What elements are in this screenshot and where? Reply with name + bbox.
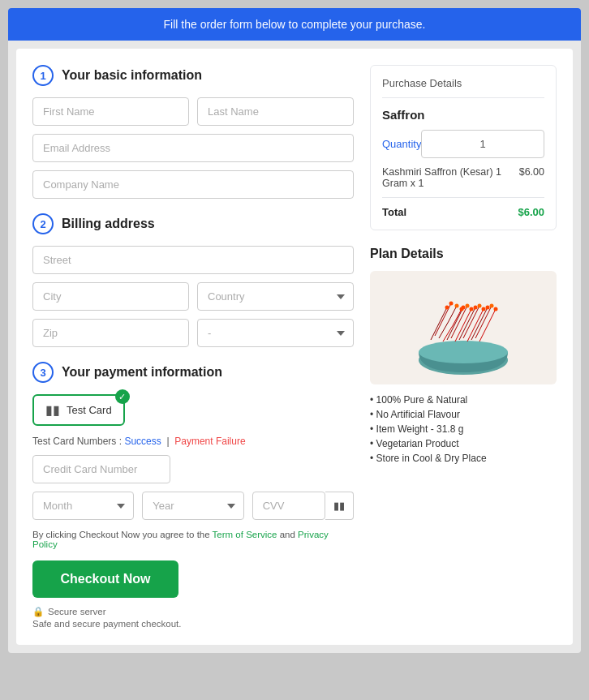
year-field: Year 202420252026 2027202820292030	[142, 492, 243, 520]
total-row: Total $6.00	[382, 206, 544, 218]
svg-point-11	[482, 307, 486, 311]
payment-failure-link[interactable]: Payment Failure	[174, 436, 245, 447]
step-3-title: Your payment information	[62, 365, 222, 380]
zip-input[interactable]	[32, 319, 189, 347]
city-field	[32, 282, 189, 311]
section-3-header: 3 Your payment information	[32, 362, 354, 383]
saffron-image	[370, 271, 557, 384]
email-input[interactable]	[32, 134, 354, 162]
svg-point-4	[455, 304, 459, 308]
banner-text: Fill the order form below to complete yo…	[164, 18, 426, 31]
month-field: Month JanuaryFebruaryMarch AprilMayJune …	[32, 492, 134, 520]
street-row	[32, 246, 354, 274]
last-name-input[interactable]	[197, 97, 354, 126]
secure-info: 🔒 Secure server Safe and secure payment …	[32, 606, 354, 629]
year-select[interactable]: Year 202420252026 2027202820292030	[142, 492, 243, 520]
main-content: 1 Your basic information	[16, 49, 573, 645]
feature-2: No Artificial Flavour	[370, 409, 557, 420]
cvv-input[interactable]	[252, 492, 325, 520]
city-input[interactable]	[32, 282, 189, 311]
step-1-title: Your basic information	[62, 68, 202, 83]
feature-4: Vegetarian Product	[370, 438, 557, 449]
lock-row: 🔒 Secure server	[32, 606, 354, 617]
test-card-button[interactable]: ▮▮ Test Card ✓	[32, 394, 125, 426]
page-wrapper: Fill the order form below to complete yo…	[8, 8, 581, 653]
svg-point-7	[466, 304, 470, 308]
plan-details: Plan Details	[370, 247, 557, 464]
country-field: Country United States United Kingdom Can…	[197, 282, 354, 311]
feature-1: 100% Pure & Natural	[370, 394, 557, 406]
svg-point-2	[445, 306, 449, 310]
state-field: - State	[197, 319, 354, 347]
step-3-circle: 3	[32, 362, 54, 383]
svg-point-1	[419, 341, 508, 363]
svg-point-3	[449, 302, 454, 306]
step-2-title: Billing address	[62, 217, 155, 231]
test-card-label: Test Card	[67, 404, 112, 416]
terms-link[interactable]: Term of Service	[213, 530, 277, 539]
item-price: $6.00	[519, 166, 544, 189]
cc-number-input[interactable]	[32, 455, 170, 483]
check-badge: ✓	[115, 389, 130, 404]
svg-point-8	[470, 307, 474, 311]
zip-state-row: - State	[32, 319, 354, 347]
company-input[interactable]	[32, 170, 354, 199]
country-select[interactable]: Country United States United Kingdom Can…	[197, 282, 354, 311]
quantity-input[interactable]	[421, 130, 544, 158]
success-link[interactable]: Success	[124, 436, 161, 447]
product-name: Saffron	[382, 108, 544, 122]
street-input[interactable]	[32, 246, 354, 274]
plan-title: Plan Details	[370, 247, 557, 261]
cc-number-wrap	[32, 455, 170, 483]
credit-card-back-icon: ▮▮	[333, 500, 345, 512]
plan-features: 100% Pure & Natural No Artificial Flavou…	[370, 394, 557, 464]
total-label: Total	[382, 206, 406, 218]
credit-card-icon: ▮▮	[45, 402, 60, 418]
cvv-info-button[interactable]: ▮▮	[325, 492, 354, 520]
purchase-box: Purchase Details Saffron Quantity Kashmi…	[370, 65, 557, 230]
quantity-label: Quantity	[382, 138, 421, 150]
email-row	[32, 134, 354, 162]
company-row	[32, 170, 354, 199]
svg-point-14	[494, 307, 498, 311]
svg-point-9	[474, 306, 478, 310]
step-2-circle: 2	[32, 213, 54, 234]
test-numbers: Test Card Numbers : Success | Payment Fa…	[32, 436, 354, 447]
last-name-field	[197, 97, 354, 126]
purchase-box-title: Purchase Details	[382, 77, 544, 98]
right-panel: Purchase Details Saffron Quantity Kashmi…	[370, 65, 557, 629]
terms-text: By clicking Checkout Now you agree to th…	[32, 530, 354, 549]
svg-point-6	[462, 306, 466, 310]
top-banner: Fill the order form below to complete yo…	[8, 8, 581, 41]
lock-icon: 🔒	[32, 606, 44, 617]
quantity-row: Quantity	[382, 130, 544, 158]
cc-number-row	[32, 455, 354, 483]
first-name-field	[32, 97, 189, 126]
checkout-button[interactable]: Checkout Now	[32, 560, 178, 598]
state-select[interactable]: - State	[197, 319, 354, 347]
section-1-header: 1 Your basic information	[32, 65, 354, 86]
item-label: Kashmiri Saffron (Kesar) 1 Gram x 1	[382, 166, 519, 189]
total-price: $6.00	[518, 206, 544, 218]
step-1-circle: 1	[32, 65, 54, 86]
name-row	[32, 97, 354, 126]
city-country-row: Country United States United Kingdom Can…	[32, 282, 354, 311]
svg-point-10	[478, 304, 482, 308]
first-name-input[interactable]	[32, 97, 189, 126]
zip-field	[32, 319, 189, 347]
svg-point-13	[490, 304, 494, 308]
month-select[interactable]: Month JanuaryFebruaryMarch AprilMayJune …	[32, 492, 134, 520]
secure-desc: Safe and secure payment checkout.	[32, 619, 354, 629]
left-panel: 1 Your basic information	[32, 65, 354, 629]
cvv-field: ▮▮	[252, 492, 354, 520]
svg-point-12	[486, 306, 490, 310]
expiry-row: Month JanuaryFebruaryMarch AprilMayJune …	[32, 492, 354, 520]
item-row: Kashmiri Saffron (Kesar) 1 Gram x 1 $6.0…	[382, 166, 544, 198]
feature-3: Item Weight - 31.8 g	[370, 423, 557, 435]
section-2-header: 2 Billing address	[32, 213, 354, 234]
feature-5: Store in Cool & Dry Place	[370, 453, 557, 464]
